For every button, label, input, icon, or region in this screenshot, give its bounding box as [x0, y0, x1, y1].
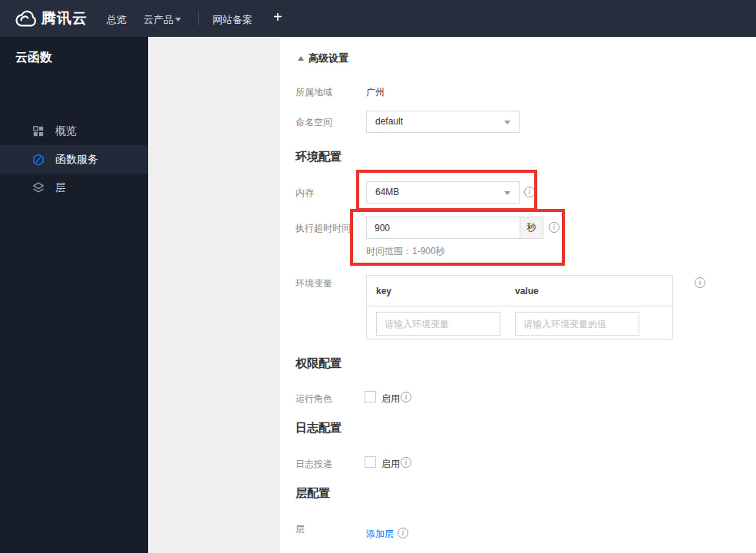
run-role-enable-label: 启用	[381, 392, 400, 406]
timeout-info-icon[interactable]	[549, 222, 560, 233]
section-env-config: 环境配置	[295, 150, 342, 164]
secondary-panel	[148, 37, 280, 553]
sidebar-item-overview[interactable]: 概览	[0, 117, 148, 145]
timeout-label: 执行超时时间	[295, 222, 351, 235]
add-layer-link[interactable]: 添加层	[366, 528, 394, 541]
namespace-label: 命名空间	[295, 116, 332, 129]
nav-item-cloud-products[interactable]: 云产品	[144, 13, 173, 27]
env-vars-col-key: key	[376, 286, 391, 296]
layer-info-icon[interactable]	[398, 528, 408, 538]
nav-divider	[198, 12, 199, 25]
env-var-key-input[interactable]	[376, 312, 500, 336]
sidebar-item-label: 层	[55, 181, 66, 195]
log-delivery-label: 日志投递	[295, 458, 332, 471]
nav-item-overview[interactable]: 总览	[107, 13, 127, 27]
top-navbar: 腾讯云 总览 云产品 网站备案 +	[0, 0, 756, 37]
nav-add-tab-button[interactable]: +	[273, 8, 282, 26]
timeout-hint: 时间范围：1-900秒	[366, 245, 445, 258]
section-permission-config: 权限配置	[295, 356, 342, 371]
log-delivery-enable-label: 启用	[381, 458, 400, 471]
memory-selected-value: 64MB	[375, 187, 399, 197]
sidebar-item-function-service[interactable]: 函数服务	[0, 145, 148, 174]
namespace-select[interactable]: default	[366, 111, 520, 133]
run-role-info-icon[interactable]	[401, 392, 411, 402]
timeout-unit-suffix: 秒	[520, 217, 543, 239]
grid-icon	[32, 125, 45, 137]
section-log-config: 日志配置	[295, 421, 342, 435]
run-role-label: 运行角色	[295, 392, 332, 406]
run-role-enable-checkbox[interactable]	[365, 391, 376, 402]
advanced-settings-label: 高级设置	[309, 51, 348, 65]
log-delivery-info-icon[interactable]	[401, 457, 411, 468]
chevron-down-icon	[504, 121, 510, 124]
layer-label: 层	[295, 523, 305, 536]
cloud-icon	[11, 18, 38, 31]
env-vars-label: 环境变量	[295, 277, 332, 290]
sidebar-item-layers[interactable]: 层	[0, 174, 148, 202]
layers-icon	[32, 182, 45, 194]
env-var-value-input[interactable]	[515, 312, 639, 336]
chevron-down-icon	[504, 191, 510, 195]
nav-item-icp-filing[interactable]: 网站备案	[213, 13, 253, 27]
region-label: 所属地域	[295, 86, 332, 99]
timeout-input[interactable]	[366, 217, 520, 239]
section-layer-config: 层配置	[295, 486, 330, 501]
sidebar-item-label: 概览	[55, 124, 77, 138]
sidebar: 云函数 概览 函数服务	[0, 37, 148, 553]
memory-select[interactable]: 64MB	[366, 181, 520, 204]
logo-text[interactable]: 腾讯云	[41, 8, 87, 28]
env-vars-info-icon[interactable]	[695, 277, 705, 288]
log-delivery-enable-checkbox[interactable]	[365, 456, 376, 468]
region-value: 广州	[366, 86, 385, 99]
memory-info-icon[interactable]	[524, 187, 535, 197]
namespace-selected-value: default	[375, 116, 403, 127]
tencent-cloud-console: 腾讯云 总览 云产品 网站备案 + 云函数 概览	[0, 0, 756, 553]
memory-label: 内存	[295, 187, 314, 200]
tencent-cloud-logo[interactable]	[11, 8, 38, 29]
env-vars-table: key value	[366, 275, 673, 339]
triangle-up-icon	[298, 56, 304, 61]
sidebar-item-label: 函数服务	[55, 153, 98, 167]
scf-hexagon-icon	[32, 154, 45, 166]
sidebar-title: 云函数	[15, 50, 52, 66]
advanced-settings-toggle[interactable]: 高级设置	[298, 51, 348, 65]
chevron-down-icon	[175, 18, 181, 22]
table-header-divider	[367, 306, 672, 306]
env-vars-col-value: value	[515, 286, 539, 296]
